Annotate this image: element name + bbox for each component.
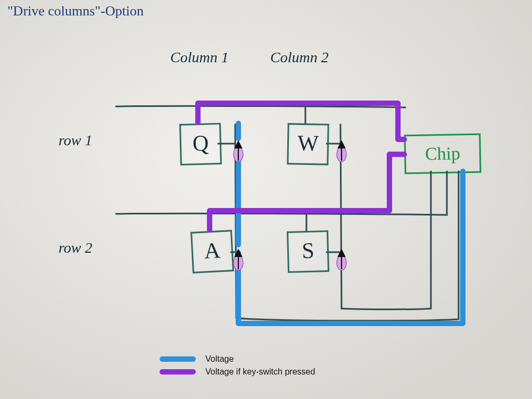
row-2-label: row 2 xyxy=(59,239,93,256)
key-w: W xyxy=(287,123,329,165)
svg-marker-11 xyxy=(338,250,345,256)
key-a: A xyxy=(190,230,234,273)
diode-s xyxy=(337,250,346,270)
diagram-wires xyxy=(0,0,532,399)
legend: Voltage Voltage if key-switch pressed xyxy=(160,351,315,380)
key-q: Q xyxy=(179,123,222,165)
column-2-label: Column 2 xyxy=(270,49,329,66)
diode-w xyxy=(337,142,346,162)
diode-q xyxy=(234,142,243,162)
voltage-if-pressed-path xyxy=(198,103,404,230)
svg-marker-8 xyxy=(235,250,242,256)
legend-label-voltage-pressed: Voltage if key-switch pressed xyxy=(205,367,315,377)
diode-a xyxy=(234,250,243,270)
legend-label-voltage: Voltage xyxy=(205,354,234,364)
key-s: S xyxy=(287,230,329,273)
svg-point-6 xyxy=(234,255,243,270)
page-title: "Drive columns"-Option xyxy=(7,3,144,19)
legend-swatch-voltage-pressed xyxy=(160,369,196,375)
svg-point-3 xyxy=(337,147,346,162)
svg-point-0 xyxy=(234,147,243,162)
svg-point-9 xyxy=(337,255,346,270)
legend-swatch-voltage xyxy=(160,356,196,362)
svg-marker-2 xyxy=(235,142,242,148)
svg-marker-5 xyxy=(338,142,345,148)
row-1-label: row 1 xyxy=(59,132,93,149)
chip: Chip xyxy=(404,134,481,174)
column-1-label: Column 1 xyxy=(170,49,229,66)
